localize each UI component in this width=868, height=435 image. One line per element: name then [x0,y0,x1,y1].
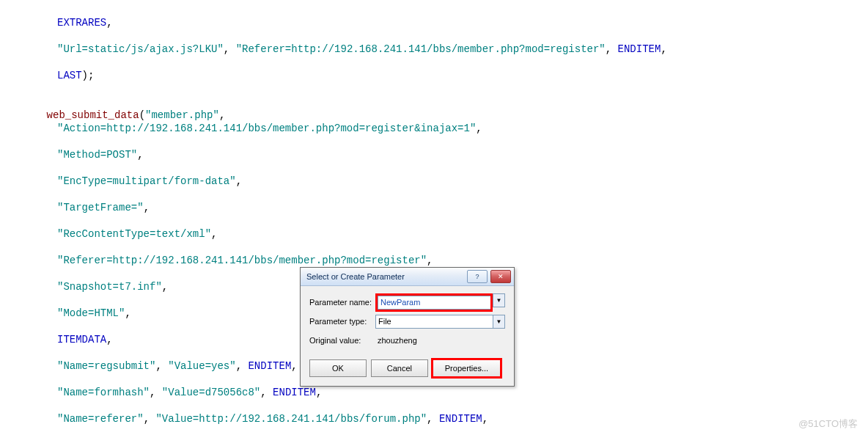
chevron-down-icon: ▼ [496,297,502,304]
chevron-down-icon: ▼ [496,318,502,325]
token-last: LAST [57,70,82,81]
parameter-type-select[interactable] [375,315,493,329]
close-icon: ✕ [498,273,504,280]
cancel-label: Cancel [387,364,412,373]
parameter-name-dropdown-arrow[interactable]: ▼ [493,293,505,307]
token-snapshot: "Snapshot=t7.inf" [57,281,162,293]
token-v-yes: "Value=yes" [168,360,235,372]
token-referer1: "Referer=http://192.168.241.141/bbs/memb… [236,43,606,55]
label-parameter-type: Parameter type: [309,317,375,326]
cancel-button[interactable]: Cancel [371,359,428,377]
token-enditem: ENDITEM [273,387,316,398]
ok-button[interactable]: OK [309,359,367,377]
token-reccontent: "RecContentType=text/xml" [57,228,211,240]
label-parameter-name: Parameter name: [309,298,375,307]
token-n-formhash: "Name=formhash" [57,387,150,398]
token-itemdata: ITEMDATA [57,334,106,346]
token-v-formhash: "Value=d75056c8" [162,387,260,398]
token-n-referer: "Name=referer" [57,413,144,425]
token-url-static: "Url=static/js/ajax.js?LKU" [57,43,224,55]
token-enditem: ENDITEM [248,360,291,372]
close-button[interactable]: ✕ [490,270,511,283]
ok-label: OK [332,364,344,373]
parameter-type-dropdown-arrow[interactable]: ▼ [493,315,505,329]
help-icon: ? [475,273,479,280]
watermark-text: @51CTO博客 [798,417,858,431]
token-enctype: "EncType=multipart/form-data" [57,175,236,187]
help-button[interactable]: ? [467,270,488,283]
token-mode: "Mode=HTML" [57,307,125,319]
token-v-referer: "Value=http://192.168.241.141/bbs/forum.… [155,413,427,425]
properties-button[interactable]: Properties... [433,359,501,377]
token-referer2: "Referer=http://192.168.241.141/bbs/memb… [57,255,427,266]
token-extrares: EXTRARES [57,17,106,29]
parameter-name-input[interactable] [378,296,490,310]
token-targetframe: "TargetFrame=" [57,202,144,213]
token-action: "Action=http://192.168.241.141/bbs/membe… [57,123,476,134]
original-value-text [375,334,505,348]
token-memberphp: "member.php" [145,109,219,121]
token-enditem: ENDITEM [618,43,661,55]
label-original-value: Original value: [309,336,375,345]
token-method: "Method=POST" [57,149,137,161]
dialog-title-text: Select or Create Parameter [306,272,405,281]
token-n-regsubmit: "Name=regsubmit" [57,360,155,372]
token-web-submit: web_submit_data [47,109,139,121]
properties-label: Properties... [445,364,488,373]
parameter-dialog: Select or Create Parameter ? ✕ Parameter… [300,267,515,387]
dialog-titlebar[interactable]: Select or Create Parameter ? ✕ [301,268,514,286]
token-enditem: ENDITEM [439,413,482,425]
